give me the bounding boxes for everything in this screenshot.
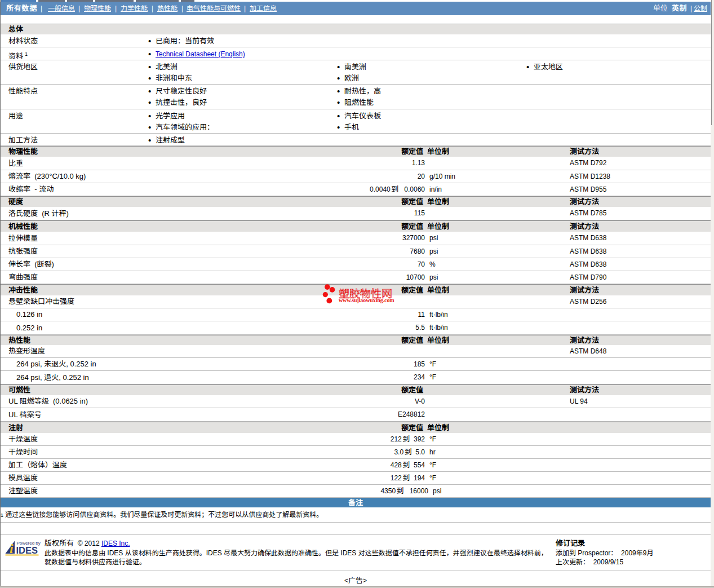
svg-text:IDES: IDES <box>16 545 38 555</box>
svg-text:i: i <box>10 541 14 556</box>
